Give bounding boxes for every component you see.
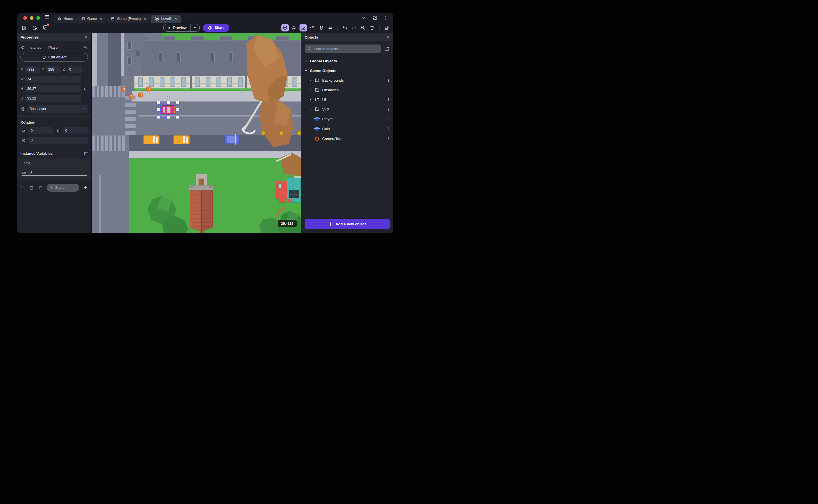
variables-search-input[interactable]	[55, 186, 76, 190]
menu-icon[interactable]	[45, 14, 50, 21]
object-player[interactable]: Player	[301, 114, 393, 124]
rotate-z-icon	[20, 138, 27, 143]
tab-game-events[interactable]: Game (Events)	[107, 15, 150, 23]
kebab-menu-icon[interactable]	[386, 98, 390, 101]
cursor-coordinates-badge: 29;-116	[278, 220, 297, 227]
toggle-3d-view-button[interactable]	[281, 24, 289, 31]
objects-search-input[interactable]	[314, 47, 378, 51]
blue-car	[225, 134, 239, 145]
scene-icon	[155, 16, 159, 21]
close-properties-button[interactable]	[84, 35, 88, 39]
pencil-icon	[301, 26, 306, 30]
zoom-in-icon	[360, 25, 365, 30]
add-new-object-button[interactable]: Add a new object	[304, 219, 390, 229]
close-window-button[interactable]	[23, 16, 27, 20]
extensions-puzzle-icon[interactable]	[372, 16, 377, 20]
history-icon[interactable]	[32, 25, 37, 31]
kebab-menu-icon[interactable]	[386, 107, 390, 111]
x-input[interactable]	[25, 66, 40, 73]
objects-blocks-button[interactable]	[290, 24, 298, 31]
app-window: Home Game Game (Events) Level1	[17, 13, 393, 233]
instance-kind-label: Instance	[28, 45, 41, 50]
variable-value[interactable]: 0	[29, 170, 32, 174]
undo-icon	[342, 25, 347, 30]
close-icon[interactable]	[174, 17, 177, 20]
trash-icon[interactable]	[38, 185, 43, 190]
paste-icon[interactable]	[29, 185, 34, 190]
undo-button[interactable]	[341, 24, 348, 31]
grid-button[interactable]	[327, 24, 334, 31]
maximize-window-button[interactable]	[36, 16, 40, 20]
panels-layout-icon[interactable]	[22, 25, 27, 31]
group-global-objects[interactable]: Global Objects	[301, 56, 393, 66]
folder-vfx[interactable]: VFX	[301, 104, 393, 114]
kebab-menu-icon[interactable]	[383, 16, 387, 20]
objects-search[interactable]	[304, 45, 381, 53]
redo-icon	[351, 25, 356, 30]
kebab-menu-icon[interactable]	[386, 117, 390, 121]
kebab-menu-icon[interactable]	[386, 137, 390, 141]
rotation-handle	[167, 96, 170, 99]
width-input[interactable]	[25, 76, 81, 82]
add-folder-button[interactable]	[384, 46, 390, 52]
layers-button[interactable]	[318, 24, 325, 31]
add-variable-button[interactable]	[83, 185, 88, 190]
depth-input[interactable]	[25, 95, 81, 102]
redo-button[interactable]	[350, 24, 358, 31]
objects-title: Objects	[304, 35, 318, 39]
object-coin[interactable]: Coin	[301, 124, 393, 134]
group-scene-objects[interactable]: Scene Objects	[301, 66, 393, 75]
camera-target-icon	[314, 136, 320, 141]
tab-label: Game	[87, 17, 97, 21]
close-objects-button[interactable]	[386, 35, 390, 39]
selected-player-instance	[160, 105, 175, 115]
copy-icon[interactable]	[20, 185, 25, 190]
cube-3d-icon	[282, 25, 287, 30]
events-list-icon	[111, 17, 115, 21]
close-icon[interactable]	[99, 17, 102, 20]
rotation-y-input[interactable]	[63, 127, 88, 134]
share-button[interactable]: Share	[203, 24, 229, 32]
kebab-menu-icon[interactable]	[386, 127, 390, 131]
folder-obstacles[interactable]: Obstacles	[301, 85, 393, 95]
folder-ui[interactable]: UI	[301, 95, 393, 104]
rotation-x-input[interactable]	[28, 127, 53, 134]
instances-list-button[interactable]	[308, 24, 316, 31]
close-icon	[84, 35, 88, 39]
unlock-icon[interactable]	[83, 45, 87, 50]
z-input[interactable]	[67, 66, 82, 73]
variable-row-force[interactable]: Force 123 0	[17, 158, 91, 179]
zoom-in-button[interactable]	[359, 24, 367, 31]
layer-select[interactable]: Base layer	[27, 105, 88, 113]
chevron-right-icon	[309, 89, 311, 91]
chevron-right-icon	[309, 108, 311, 110]
scene-canvas[interactable]: 29;-116	[92, 33, 301, 233]
tab-home[interactable]: Home	[54, 15, 77, 23]
object-camera-target[interactable]: CameraTarget	[301, 134, 393, 144]
chevron-down-icon[interactable]	[361, 16, 366, 20]
properties-panel: Properties Instance - Player Edi	[17, 33, 92, 233]
minimize-window-button[interactable]	[30, 16, 33, 20]
rotation-z-input[interactable]	[28, 137, 88, 144]
kebab-menu-icon[interactable]	[386, 88, 390, 92]
title-bar: Home Game Game (Events) Level1	[17, 13, 393, 23]
variables-search[interactable]	[47, 184, 79, 192]
open-variables-external-icon[interactable]	[84, 151, 88, 156]
tab-level1[interactable]: Level1	[151, 15, 181, 23]
height-input[interactable]	[25, 85, 81, 92]
scene-notes-button[interactable]	[383, 24, 390, 31]
tab-game[interactable]: Game	[77, 15, 106, 23]
y-input[interactable]	[46, 66, 61, 73]
preview-button[interactable]: Preview	[163, 24, 200, 32]
chevron-down-icon	[82, 107, 85, 111]
edit-object-button[interactable]: Edit object	[20, 53, 88, 62]
close-icon[interactable]	[143, 17, 146, 20]
delete-button[interactable]	[368, 24, 376, 31]
instance-variables-title: Instance Variables	[20, 151, 52, 156]
folder-backgrounds[interactable]: Backgrounds	[301, 75, 393, 85]
lock-ratio-link-icon[interactable]	[83, 77, 87, 101]
preview-options-button[interactable]	[191, 24, 200, 31]
edit-mode-button[interactable]	[299, 24, 307, 31]
tab-label: Game (Events)	[117, 17, 141, 21]
kebab-menu-icon[interactable]	[386, 79, 390, 82]
